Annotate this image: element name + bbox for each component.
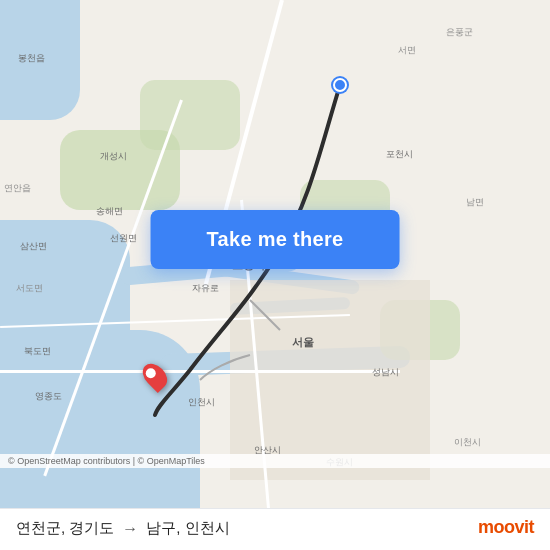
origin-marker [333, 78, 347, 92]
label-yeongjong: 영종도 [35, 390, 62, 403]
copyright-bar: © OpenStreetMap contributors | © OpenMap… [0, 454, 550, 468]
label-bongcheon: 봉천읍 [18, 52, 45, 65]
label-samsan: 삼산면 [20, 240, 47, 253]
moovit-logo: moovit [478, 517, 534, 538]
label-bukdo: 북도면 [24, 345, 51, 358]
moovit-brand-name: moovit [478, 517, 534, 538]
label-seoul: 서울 [292, 335, 314, 350]
route-info: 연천군, 경기도 → 남구, 인천시 [16, 519, 534, 538]
take-me-there-button[interactable]: Take me there [151, 210, 400, 269]
map-container: 봉천읍 연안읍 삼산면 서도면 북도면 영종도 개성시 송해면 선원면 자유로 … [0, 0, 550, 550]
destination-marker [145, 362, 165, 390]
route-arrow-icon: → [122, 520, 138, 538]
label-incheon: 인천시 [188, 396, 215, 409]
label-seodo: 서도면 [16, 282, 43, 295]
road-horizontal-1 [0, 370, 400, 373]
label-jayuro: 자유로 [192, 282, 219, 295]
label-seomyeon: 서면 [398, 44, 416, 57]
label-seongnam: 성남시 [372, 366, 399, 379]
label-seonwon: 선원면 [110, 232, 137, 245]
bottom-bar: 연천군, 경기도 → 남구, 인천시 moovit [0, 508, 550, 550]
route-from: 연천군, 경기도 [16, 519, 114, 538]
label-yeonan: 연안읍 [4, 182, 31, 195]
label-eunpung: 은풍군 [446, 26, 473, 39]
label-pocheon: 포천시 [386, 148, 413, 161]
copyright-text: © OpenStreetMap contributors | © OpenMap… [8, 456, 205, 466]
route-to: 남구, 인천시 [146, 519, 229, 538]
label-songhae: 송해면 [96, 205, 123, 218]
label-icheon: 이천시 [454, 436, 481, 449]
destination-pin-inner [144, 366, 158, 380]
green-area-2 [140, 80, 240, 150]
label-gaesong: 개성시 [100, 150, 127, 163]
label-nammyeon: 남면 [466, 196, 484, 209]
